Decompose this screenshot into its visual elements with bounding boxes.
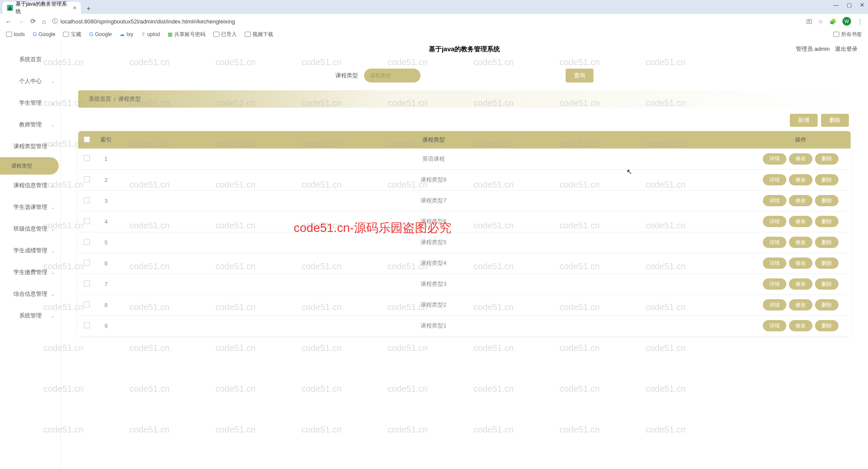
tab-close-icon[interactable]: ×: [73, 4, 76, 11]
cell-type: 课程类型3: [116, 274, 751, 294]
menu-icon[interactable]: ⋮: [857, 18, 863, 25]
key-icon[interactable]: ⚿: [806, 18, 812, 25]
back-icon[interactable]: ←: [5, 18, 12, 25]
row-delete-button[interactable]: 删除: [815, 278, 838, 290]
row-delete-button[interactable]: 删除: [815, 258, 838, 269]
cell-type: 课程类型8: [116, 169, 751, 190]
row-delete-button[interactable]: 删除: [815, 174, 838, 185]
bookmark-item[interactable]: tools: [6, 31, 25, 37]
edit-button[interactable]: 修改: [789, 195, 812, 206]
sidebar-item[interactable]: 学生缴费管理: [0, 261, 60, 283]
bookmark-item[interactable]: GGoogle: [33, 31, 55, 37]
edit-button[interactable]: 修改: [789, 278, 812, 290]
row-delete-button[interactable]: 删除: [815, 320, 838, 331]
breadcrumb-home[interactable]: 系统首页: [89, 95, 111, 103]
bookmark-item[interactable]: ⇧uplod: [141, 31, 160, 37]
filter-label: 课程类型: [335, 72, 358, 79]
new-tab-button[interactable]: +: [83, 3, 94, 14]
table-row: 1英语课程详情修改删除: [78, 149, 851, 169]
sidebar-item[interactable]: 个人中心: [0, 70, 60, 92]
table-row: 9课程类型1详情修改删除: [78, 315, 851, 336]
profile-avatar[interactable]: W: [842, 17, 851, 26]
detail-button[interactable]: 详情: [763, 216, 786, 227]
row-checkbox[interactable]: [84, 197, 90, 203]
all-bookmarks-button[interactable]: 所有书签: [833, 31, 862, 38]
edit-button[interactable]: 修改: [789, 216, 812, 227]
row-checkbox[interactable]: [84, 260, 90, 266]
row-checkbox[interactable]: [84, 176, 90, 182]
sidebar-item[interactable]: 课程信息管理: [0, 175, 60, 196]
cell-index: 6: [96, 253, 116, 274]
sidebar-item[interactable]: 学生成绩管理: [0, 240, 60, 261]
sidebar-item[interactable]: 课程类型管理: [0, 135, 60, 157]
detail-button[interactable]: 详情: [763, 320, 786, 331]
detail-button[interactable]: 详情: [763, 258, 786, 269]
table-row: 7课程类型3详情修改删除: [78, 274, 851, 294]
row-checkbox[interactable]: [84, 155, 90, 161]
maximize-icon[interactable]: ▢: [847, 2, 852, 8]
add-button[interactable]: 新增: [790, 114, 818, 127]
row-delete-button[interactable]: 删除: [815, 216, 838, 227]
cell-index: 3: [96, 190, 116, 211]
detail-button[interactable]: 详情: [763, 153, 786, 165]
browser-tab[interactable]: 基于java的教务管理系统 ×: [3, 2, 81, 14]
site-info-icon[interactable]: ⓘ: [52, 17, 58, 25]
row-checkbox[interactable]: [84, 301, 90, 307]
sidebar-item[interactable]: 综合信息管理: [0, 283, 60, 305]
bookmark-item[interactable]: ☁txy: [119, 31, 133, 37]
course-type-table: 索引 课程类型 操作 1英语课程详情修改删除2课程类型8详情修改删除3课程类型7…: [78, 131, 851, 337]
edit-button[interactable]: 修改: [789, 258, 812, 269]
bookmark-item[interactable]: ▦共享账号密码: [168, 31, 205, 38]
sidebar-item[interactable]: 系统首页: [0, 49, 60, 70]
cell-type: 课程类型7: [116, 190, 751, 211]
table-row: 8课程类型2详情修改删除: [78, 294, 851, 315]
bookmarks-bar: tools GGoogle 宝藏 GGoogle ☁txy ⇧uplod ▦共享…: [0, 29, 868, 40]
sidebar-item[interactable]: 班级信息管理: [0, 218, 60, 240]
course-type-input[interactable]: [364, 69, 421, 83]
edit-button[interactable]: 修改: [789, 299, 812, 310]
select-all-checkbox[interactable]: [84, 136, 90, 142]
detail-button[interactable]: 详情: [763, 195, 786, 206]
detail-button[interactable]: 详情: [763, 174, 786, 185]
home-icon[interactable]: ⌂: [42, 18, 46, 25]
cell-index: 9: [96, 315, 116, 336]
close-window-icon[interactable]: ✕: [860, 2, 865, 8]
table-row: 6课程类型4详情修改删除: [78, 253, 851, 274]
sidebar-item[interactable]: 学生管理: [0, 92, 60, 114]
delete-button[interactable]: 删除: [821, 114, 849, 127]
sidebar-item[interactable]: 学生选课管理: [0, 196, 60, 218]
edit-button[interactable]: 修改: [789, 237, 812, 248]
page-title: 基于java的教务管理系统: [429, 45, 500, 53]
row-checkbox[interactable]: [84, 322, 90, 328]
bookmark-item[interactable]: 宝藏: [63, 31, 81, 38]
cell-index: 5: [96, 232, 116, 253]
url-text[interactable]: localhost:8080/springbootux52l/admin/dis…: [60, 18, 235, 25]
row-checkbox[interactable]: [84, 239, 90, 245]
row-delete-button[interactable]: 删除: [815, 153, 838, 165]
edit-button[interactable]: 修改: [789, 174, 812, 185]
minimize-icon[interactable]: —: [833, 2, 839, 8]
row-delete-button[interactable]: 删除: [815, 237, 838, 248]
sidebar-item[interactable]: 系统管理: [0, 305, 60, 327]
reload-icon[interactable]: ⟳: [30, 17, 36, 25]
edit-button[interactable]: 修改: [789, 320, 812, 331]
sidebar-item[interactable]: 教师管理: [0, 114, 60, 135]
detail-button[interactable]: 详情: [763, 278, 786, 290]
forward-icon[interactable]: →: [18, 18, 24, 25]
detail-button[interactable]: 详情: [763, 299, 786, 310]
row-checkbox[interactable]: [84, 281, 90, 287]
edit-button[interactable]: 修改: [789, 153, 812, 165]
extension-icon[interactable]: 🧩: [829, 18, 836, 25]
bookmark-item[interactable]: GGoogle: [89, 31, 112, 37]
bookmark-item[interactable]: 已导入: [213, 31, 237, 38]
col-index: 索引: [96, 131, 116, 149]
sidebar-subitem[interactable]: 课程类型: [0, 157, 59, 175]
logout-link[interactable]: 退出登录: [835, 45, 858, 53]
query-button[interactable]: 查询: [566, 69, 593, 83]
row-checkbox[interactable]: [84, 218, 90, 224]
star-icon[interactable]: ☆: [818, 18, 823, 25]
bookmark-item[interactable]: 视频下载: [245, 31, 273, 38]
row-delete-button[interactable]: 删除: [815, 299, 838, 310]
detail-button[interactable]: 详情: [763, 237, 786, 248]
row-delete-button[interactable]: 删除: [815, 195, 838, 206]
